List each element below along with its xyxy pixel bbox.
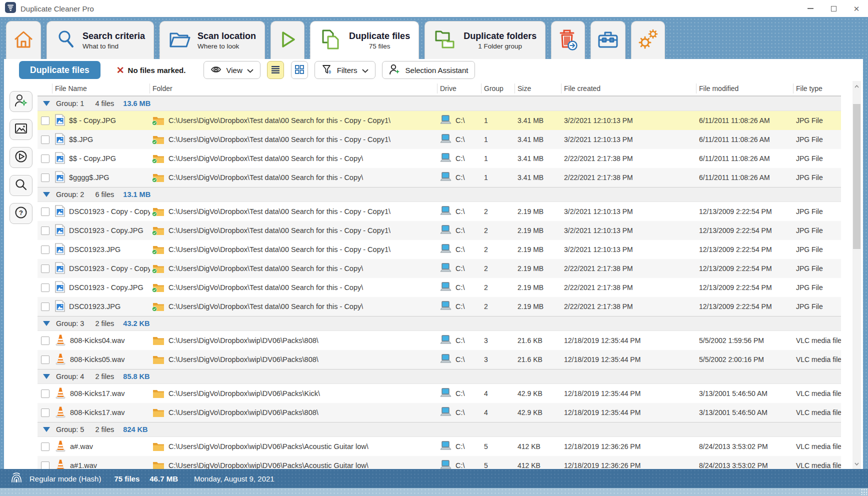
folder-path: C:\Users\DigVo\Dropbox\Test data\00 Sear… [168, 136, 390, 144]
tab-search-criteria[interactable]: Search criteria What to find [46, 21, 154, 59]
grid-view-button[interactable] [291, 61, 308, 79]
folder-icon [152, 442, 164, 452]
tab-settings[interactable] [631, 21, 665, 59]
row-checkbox[interactable] [41, 442, 50, 451]
table-row[interactable]: 808-Kicks04.wav C:\Users\DigVo\Dropbox\w… [38, 331, 841, 350]
filters-dropdown[interactable]: 0 Filters [314, 61, 376, 79]
sidebar-help-button[interactable]: ? [10, 203, 32, 224]
view-dropdown[interactable]: View [204, 61, 260, 79]
sidebar-image-preview-button[interactable] [10, 119, 32, 140]
row-checkbox[interactable] [41, 226, 50, 235]
group-header-row[interactable]: Group: 5 2 files 824 KB [38, 422, 841, 437]
vertical-scrollbar[interactable] [852, 81, 861, 469]
collapse-triangle-icon[interactable] [43, 101, 50, 106]
folder-icon [152, 282, 164, 292]
row-checkbox[interactable] [41, 408, 50, 417]
row-checkbox[interactable] [41, 284, 50, 292]
tab-tools[interactable] [590, 21, 626, 59]
file-modified: 5/5/2002 1:59:56 PM [696, 336, 794, 344]
column-header-file-created[interactable]: File created [562, 84, 696, 94]
view-label: View [226, 66, 242, 74]
duplicate-files-page-button[interactable]: Duplicate files [19, 61, 100, 79]
selection-assistant-button[interactable]: Selection Assistant [382, 61, 476, 79]
column-header-drive[interactable]: Drive [438, 84, 482, 94]
file-name: 808-Kicks17.wav [70, 408, 125, 416]
sidebar-media-preview-button[interactable] [10, 147, 32, 168]
collapse-triangle-icon[interactable] [43, 374, 50, 379]
file-modified: 6/11/2011 11:08:26 AM [696, 154, 794, 162]
folder-icon [152, 244, 164, 254]
close-button[interactable]: ✕ [845, 0, 868, 17]
window-bottom-edge [0, 488, 868, 496]
group-number: 2 [482, 264, 515, 272]
folder-icon [152, 354, 164, 364]
column-header-file-type[interactable]: File type [794, 84, 841, 94]
file-size: 2.19 MB [515, 264, 562, 272]
table-row[interactable]: 808-Kicks17.wav C:\Users\DigVo\Dropbox\w… [38, 384, 841, 403]
scrollbar-up-arrow[interactable] [852, 82, 861, 90]
table-row[interactable]: $gggg$.JPG C:\Users\DigVo\Dropbox\Test d… [38, 168, 841, 187]
row-checkbox[interactable] [41, 302, 50, 311]
column-header-folder[interactable]: Folder [150, 84, 438, 94]
table-row[interactable]: a#1.wav C:\Users\DigVo\Dropbox\wip\DV06\… [38, 456, 841, 469]
sidebar-selection-assistant-button[interactable] [10, 91, 32, 112]
collapse-triangle-icon[interactable] [43, 192, 50, 197]
tab-scan-location[interactable]: Scan location Where to look [160, 21, 265, 59]
row-checkbox[interactable] [41, 336, 50, 345]
table-row[interactable]: DSC01923.JPG C:\Users\DigVo\Dropbox\Test… [38, 297, 841, 316]
minimize-button[interactable] [799, 0, 822, 17]
column-header-file-modified[interactable]: File modified [696, 84, 794, 94]
tab-duplicate-files[interactable]: Duplicate files 75 files [310, 21, 419, 59]
row-checkbox[interactable] [41, 462, 50, 470]
row-checkbox[interactable] [41, 390, 50, 398]
row-checkbox[interactable] [41, 208, 50, 216]
collapse-triangle-icon[interactable] [43, 427, 50, 432]
resize-grip[interactable] [860, 488, 867, 495]
group-header-row[interactable]: Group: 3 2 files 43.2 KB [38, 316, 841, 331]
table-row[interactable]: $$.JPG C:\Users\DigVo\Dropbox\Test data\… [38, 130, 841, 149]
folder-path: C:\Users\DigVo\Dropbox\wip\DV06\Packs\Ac… [168, 462, 368, 469]
scrollbar-thumb[interactable] [853, 104, 860, 249]
tab-removal[interactable] [551, 21, 585, 59]
tab-duplicate-files-label: Duplicate files [349, 31, 410, 42]
file-type: JPG File [794, 264, 841, 272]
row-checkbox[interactable] [41, 174, 50, 182]
column-header-size[interactable]: Size [515, 84, 562, 94]
sidebar-search-button[interactable] [10, 175, 32, 196]
scrollbar-down-arrow[interactable] [852, 460, 861, 468]
file-name: $$ - Copy.JPG [69, 116, 116, 124]
table-row[interactable]: DSC01923 - Copy.JPG C:\Users\DigVo\Dropb… [38, 278, 841, 297]
file-created: 3/2/2021 12:10:13 PM [562, 226, 696, 234]
table-row[interactable]: DSC01923.JPG C:\Users\DigVo\Dropbox\Test… [38, 240, 841, 259]
drive-letter: C:\ [456, 226, 465, 234]
group-size: 43.2 KB [123, 320, 150, 328]
row-checkbox[interactable] [41, 116, 50, 125]
row-checkbox[interactable] [41, 246, 50, 254]
table-row[interactable]: a#.wav C:\Users\DigVo\Dropbox\wip\DV06\P… [38, 437, 841, 456]
group-header-row[interactable]: Group: 2 6 files 13.1 MB [38, 187, 841, 202]
column-header-file-name[interactable]: File Name [52, 84, 150, 94]
row-checkbox[interactable] [41, 264, 50, 273]
table-row[interactable]: 808-Kicks05.wav C:\Users\DigVo\Dropbox\w… [38, 350, 841, 369]
row-checkbox[interactable] [41, 356, 50, 364]
table-row[interactable]: DSC01923 - Copy - Copy1.JPG C:\Users\Dig… [38, 202, 841, 221]
tab-start-scan[interactable] [270, 21, 304, 59]
table-row[interactable]: 808-Kicks17.wav C:\Users\DigVo\Dropbox\w… [38, 403, 841, 422]
column-header-group[interactable]: Group [482, 84, 515, 94]
maximize-button[interactable] [822, 0, 845, 17]
row-checkbox[interactable] [41, 154, 50, 163]
file-size: 21.6 KB [515, 336, 562, 344]
column-header-checkbox[interactable] [38, 84, 52, 94]
group-file-count: 2 files [95, 426, 114, 434]
group-header-row[interactable]: Group: 4 2 files 85.8 KB [38, 369, 841, 384]
collapse-triangle-icon[interactable] [43, 321, 50, 326]
table-row[interactable]: $$ - Copy.JPG C:\Users\DigVo\Dropbox\Tes… [38, 149, 841, 168]
group-header-row[interactable]: Group: 1 4 files 13.6 MB [38, 96, 841, 111]
tab-home[interactable] [6, 21, 41, 59]
tab-duplicate-folders[interactable]: Duplicate folders 1 Folder group [424, 21, 546, 59]
table-row[interactable]: DSC01923 - Copy - Copy1.JPG C:\Users\Dig… [38, 259, 841, 278]
table-row[interactable]: DSC01923 - Copy.JPG C:\Users\DigVo\Dropb… [38, 221, 841, 240]
list-view-button[interactable] [267, 61, 284, 79]
row-checkbox[interactable] [41, 136, 50, 144]
table-row[interactable]: $$ - Copy.JPG C:\Users\DigVo\Dropbox\Tes… [38, 111, 841, 130]
